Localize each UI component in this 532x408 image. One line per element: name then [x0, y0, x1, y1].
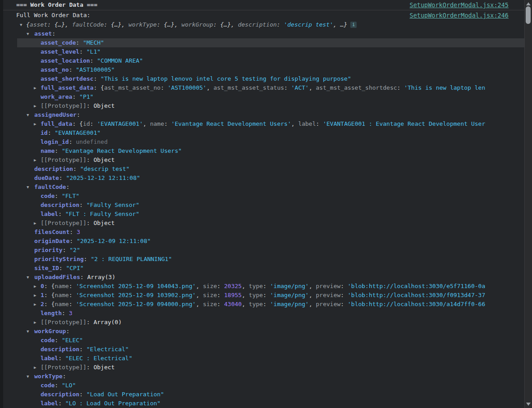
scrollbar-thumb[interactable]: [526, 6, 531, 24]
punctuation: :: [263, 292, 270, 298]
string-value: "EVANTAGE001": [55, 129, 101, 136]
tree-row: code: "FLT": [17, 192, 524, 201]
tree-row[interactable]: ▼asset:: [17, 29, 524, 38]
punctuation: :: [80, 274, 87, 280]
punctuation: :: [87, 102, 94, 109]
expanded-arrow-icon[interactable]: ▼: [20, 20, 22, 29]
tree-row[interactable]: ▶[[Prototype]]: Object: [17, 219, 524, 228]
tree-row[interactable]: ▶[[Prototype]]: Object: [17, 101, 524, 110]
property-key: description: [41, 346, 79, 353]
collapsed-arrow-icon[interactable]: ▶: [34, 363, 36, 372]
tree-row[interactable]: ▼assignedUser:: [17, 110, 524, 119]
property-key: asset: [34, 30, 52, 37]
collapsed-arrow-icon[interactable]: ▶: [34, 300, 36, 309]
tree-row[interactable]: ▼uploadedFiles: Array(3): [17, 273, 524, 282]
tree-row[interactable]: ▼faultCode:: [17, 183, 524, 192]
punctuation: :: [59, 174, 66, 181]
tree-row[interactable]: ▶[[Prototype]]: Object: [17, 156, 524, 165]
string-value: "This is new laptop lenovo intel core 5 …: [101, 75, 351, 82]
string-value: 'EVANTAGE001': [97, 120, 143, 127]
property-key: priorityString: [34, 256, 84, 262]
scrollbar-up-arrow-icon[interactable]: [526, 2, 531, 5]
punctuation: :: [90, 57, 97, 64]
expanded-arrow-icon[interactable]: ▼: [27, 372, 29, 381]
expanded-arrow-icon[interactable]: ▼: [27, 29, 29, 38]
tree-row[interactable]: ▶2: {name: 'Screenshot 2025-12-09 094000…: [17, 300, 524, 309]
string-value: "descrip test": [80, 165, 130, 172]
punctuation: :: [90, 120, 97, 127]
number-value: 43040: [224, 301, 242, 307]
tree-row[interactable]: ▶full_data: {id: 'EVANTAGE001', name: 'E…: [17, 119, 524, 128]
punctuation: :: [87, 220, 94, 226]
string-value: "LO": [62, 382, 76, 389]
preview-key: [[Prototype]]: [41, 364, 87, 371]
tree-row[interactable]: ▶full_asset_data: {ast_mst_asset_no: 'AS…: [17, 83, 524, 92]
string-value: 'descrip test': [284, 21, 333, 28]
collapsed-arrow-icon[interactable]: ▶: [34, 219, 36, 228]
object-label: Object: [93, 102, 115, 109]
string-value: "MECH": [83, 39, 104, 46]
string-value: 'ACT': [291, 84, 309, 91]
string-value: "2 : REQUIRE PLANNING1": [91, 256, 172, 262]
string-value: "2025-12-12 12:11:08": [66, 174, 140, 181]
collapsed-arrow-icon[interactable]: ▶: [34, 282, 36, 291]
source-link[interactable]: SetupWorkOrderModal.jsx:245: [410, 0, 509, 10]
property-key: id: [41, 129, 48, 136]
punctuation: :: [44, 283, 51, 289]
preview-key: [[Prototype]]: [41, 156, 87, 163]
collapsed-arrow-icon[interactable]: ▶: [34, 83, 36, 92]
tree-row[interactable]: ▶[[Prototype]]: Object: [17, 363, 524, 372]
tree-row[interactable]: ▼{asset: {…}, faultCode: {…}, workType: …: [17, 20, 524, 29]
expanded-arrow-icon[interactable]: ▼: [27, 273, 29, 282]
punctuation: :: [263, 283, 270, 289]
punctuation: :: [55, 147, 62, 154]
scrollbar-down-arrow-icon[interactable]: [526, 403, 531, 406]
property-key: label: [41, 355, 58, 362]
punctuation: :: [161, 84, 168, 91]
property-key: workType: [34, 373, 63, 380]
expanded-arrow-icon[interactable]: ▼: [27, 110, 29, 119]
tree-row: code: "LO": [17, 381, 524, 390]
punctuation: :: [63, 373, 66, 380]
tree-row: name: "Evantage React Development Users": [17, 147, 524, 156]
info-icon: i: [350, 22, 357, 28]
expanded-arrow-icon[interactable]: ▼: [27, 327, 29, 336]
collapsed-arrow-icon[interactable]: ▶: [34, 318, 36, 327]
collapsed-arrow-icon[interactable]: ▶: [34, 291, 36, 300]
tree-row: site_ID: "CPI": [17, 264, 524, 273]
source-link[interactable]: SetupWorkOrderModal.jsx:246: [410, 10, 509, 20]
scrollbar[interactable]: [524, 0, 532, 408]
string-value: 'blob:http://localhost:3030/e5f71160-0a: [348, 283, 485, 289]
punctuation: :: [62, 310, 69, 316]
punctuation: ,: [143, 120, 150, 127]
number-value: 3: [69, 310, 73, 316]
string-value: "ELEC": [62, 337, 83, 344]
punctuation: , …}: [333, 21, 347, 28]
punctuation: ,: [231, 21, 238, 28]
collapsed-arrow-icon[interactable]: ▶: [34, 119, 36, 128]
tree-row[interactable]: ▼workType:: [17, 372, 524, 381]
preview-key: name: [55, 292, 69, 298]
punctuation: {…}: [55, 21, 65, 28]
property-key: assignedUser: [34, 111, 77, 118]
tree-row[interactable]: ▼workGroup:: [17, 327, 524, 336]
collapsed-arrow-icon[interactable]: ▶: [34, 156, 36, 165]
string-value: 'Evantage React Development Users': [171, 120, 291, 127]
tree-row[interactable]: ▶[[Prototype]]: Array(0): [17, 318, 524, 327]
property-key: 0: [41, 283, 44, 289]
punctuation: :: [79, 202, 87, 208]
tree-row: description: "Load Out Preparation": [17, 390, 524, 399]
string-value: 'Screenshot 2025-12-09 103902.png': [76, 292, 196, 298]
preview-key: type: [249, 283, 263, 289]
expanded-arrow-icon[interactable]: ▼: [27, 183, 29, 192]
punctuation: :: [340, 301, 348, 307]
string-value: 'blob:http://localhost:3030/f0913d47-37: [348, 292, 485, 298]
number-value: 18955: [224, 292, 242, 298]
preview-key: id: [83, 120, 90, 127]
tree-row[interactable]: ▶0: {name: 'Screenshot 2025-12-09 104043…: [17, 282, 524, 291]
punctuation: ,: [309, 301, 316, 307]
string-value: "P1": [79, 93, 93, 100]
tree-row[interactable]: ▶1: {name: 'Screenshot 2025-12-09 103902…: [17, 291, 524, 300]
tree-row: code: "ELEC": [17, 336, 524, 345]
collapsed-arrow-icon[interactable]: ▶: [34, 101, 36, 110]
